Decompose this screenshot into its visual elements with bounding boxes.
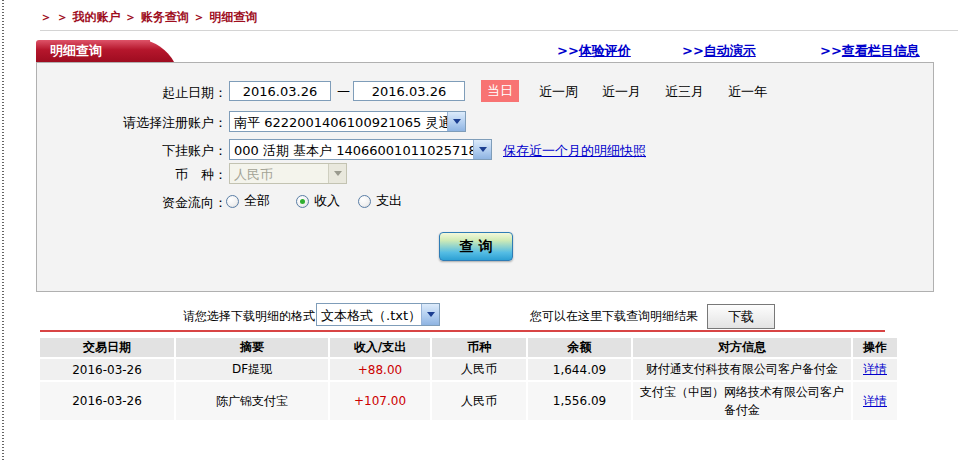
breadcrumb-separator: ＞ xyxy=(193,10,205,24)
quick-range-year[interactable]: 近一年 xyxy=(728,83,767,101)
page: ＞ ＞ 我的账户 ＞ 账务查询 ＞ 明细查询 明细查询 >>体验评价 >>自动演… xyxy=(0,0,964,462)
link-arrows: >> xyxy=(557,43,579,58)
chevron-down-icon xyxy=(421,304,439,325)
col-header-balance: 余额 xyxy=(528,338,631,357)
quick-range-today[interactable]: 当日 xyxy=(481,80,519,102)
currency-label: 币 种： xyxy=(175,166,227,184)
date-to-input[interactable] xyxy=(353,81,465,101)
link-view-column-info[interactable]: >>查看栏目信息 xyxy=(820,42,920,60)
currency-select-disabled: 人民币 xyxy=(229,163,347,184)
breadcrumb-separator: ＞ xyxy=(125,10,137,24)
date-dash: — xyxy=(337,83,350,98)
breadcrumb: ＞ ＞ 我的账户 ＞ 账务查询 ＞ 明细查询 xyxy=(40,9,257,26)
fund-flow-label: 资金流向： xyxy=(162,194,227,212)
register-account-label: 请选择注册账户： xyxy=(123,114,227,132)
currency-value: 人民币 xyxy=(230,164,328,183)
chevron-down-icon xyxy=(447,112,465,131)
cell-currency: 人民币 xyxy=(432,359,526,380)
quick-range-quarter[interactable]: 近三月 xyxy=(665,83,704,101)
download-format-value: 文本格式（.txt） xyxy=(317,304,421,325)
breadcrumb-account-query[interactable]: 账务查询 xyxy=(141,10,189,24)
link-experience-feedback[interactable]: >>体验评价 xyxy=(557,42,631,60)
col-header-counterparty: 对方信息 xyxy=(633,338,851,357)
query-button[interactable]: 查 询 xyxy=(439,232,513,261)
link-auto-demo[interactable]: >>自动演示 xyxy=(682,42,756,60)
table-row: 2016-03-26 DF提现 +88.00 人民币 1,644.09 财付通支… xyxy=(40,359,897,380)
cell-currency: 人民币 xyxy=(432,382,526,420)
col-header-date: 交易日期 xyxy=(40,338,174,357)
cell-amount: +88.00 xyxy=(330,359,430,380)
cell-counterparty: 财付通支付科技有限公司客户备付金 xyxy=(633,359,851,380)
breadcrumb-divider xyxy=(40,30,958,31)
table-top-divider xyxy=(40,330,885,332)
flow-radio-income[interactable]: 收入 xyxy=(296,192,340,210)
col-header-summary: 摘要 xyxy=(176,338,328,357)
flow-option-label: 支出 xyxy=(376,192,402,210)
detail-link[interactable]: 详情 xyxy=(863,362,887,376)
link-arrows: >> xyxy=(682,43,704,58)
cell-amount: +107.00 xyxy=(330,382,430,420)
download-format-label: 请您选择下载明细的格式 xyxy=(183,308,315,325)
table-header-row: 交易日期 摘要 收入/支出 币种 余额 对方信息 操作 xyxy=(40,338,897,357)
col-header-currency: 币种 xyxy=(432,338,526,357)
cell-summary: DF提现 xyxy=(176,359,328,380)
save-snapshot-link[interactable]: 保存近一个月的明细快照 xyxy=(503,142,646,160)
cell-balance: 1,556.09 xyxy=(528,382,631,420)
detail-link[interactable]: 详情 xyxy=(863,394,887,408)
left-dotted-border xyxy=(2,0,4,462)
cell-summary: 陈广锦支付宝 xyxy=(176,382,328,420)
register-account-value: 南平 6222001406100921065 灵通卡 xyxy=(230,112,447,131)
col-header-action: 操作 xyxy=(853,338,897,357)
cell-counterparty: 支付宝（中国）网络技术有限公司客户备付金 xyxy=(633,382,851,420)
flow-radio-expense[interactable]: 支出 xyxy=(358,192,402,210)
chevron-down-icon xyxy=(328,164,346,183)
date-from-input[interactable] xyxy=(229,81,331,101)
register-account-select[interactable]: 南平 6222001406100921065 灵通卡 xyxy=(229,111,466,132)
flow-option-label: 收入 xyxy=(314,192,340,210)
quick-range-week[interactable]: 近一周 xyxy=(539,83,578,101)
breadcrumb-prefix: ＞ ＞ xyxy=(40,10,68,24)
sub-account-label: 下挂账户： xyxy=(162,142,227,160)
link-label: 查看栏目信息 xyxy=(842,43,920,58)
download-format-select[interactable]: 文本格式（.txt） xyxy=(316,303,440,326)
link-label: 体验评价 xyxy=(579,43,631,58)
sub-account-select[interactable]: 000 活期 基本户 1406600101102571848 xyxy=(229,139,492,160)
radio-selected-icon xyxy=(296,195,309,208)
flow-radio-all[interactable]: 全部 xyxy=(226,192,270,210)
cell-date: 2016-03-26 xyxy=(40,382,174,420)
breadcrumb-my-account[interactable]: 我的账户 xyxy=(72,10,120,24)
chevron-down-icon xyxy=(473,140,491,159)
link-arrows: >> xyxy=(820,43,842,58)
tab-detail-query[interactable]: 明细查询 xyxy=(36,40,150,62)
table-row: 2016-03-26 陈广锦支付宝 +107.00 人民币 1,556.09 支… xyxy=(40,382,897,420)
cell-date: 2016-03-26 xyxy=(40,359,174,380)
link-label: 自动演示 xyxy=(704,43,756,58)
radio-icon xyxy=(358,195,371,208)
cell-action: 详情 xyxy=(853,359,897,380)
download-hint: 您可以在这里下载查询明细结果 xyxy=(530,308,698,325)
breadcrumb-detail-query[interactable]: 明细查询 xyxy=(209,10,257,24)
download-button[interactable]: 下载 xyxy=(707,304,775,329)
query-form-panel: 起止日期： — 当日 近一周 近一月 近三月 近一年 请选择注册账户： 南平 6… xyxy=(36,62,934,292)
cell-action: 详情 xyxy=(853,382,897,420)
radio-icon xyxy=(226,195,239,208)
flow-option-label: 全部 xyxy=(244,192,270,210)
col-header-amount: 收入/支出 xyxy=(330,338,430,357)
sub-account-value: 000 活期 基本户 1406600101102571848 xyxy=(230,140,473,159)
tab-title: 明细查询 xyxy=(50,42,102,60)
results-table: 交易日期 摘要 收入/支出 币种 余额 对方信息 操作 2016-03-26 D… xyxy=(38,336,899,422)
quick-range-month[interactable]: 近一月 xyxy=(602,83,641,101)
date-range-label: 起止日期： xyxy=(162,84,227,102)
cell-balance: 1,644.09 xyxy=(528,359,631,380)
